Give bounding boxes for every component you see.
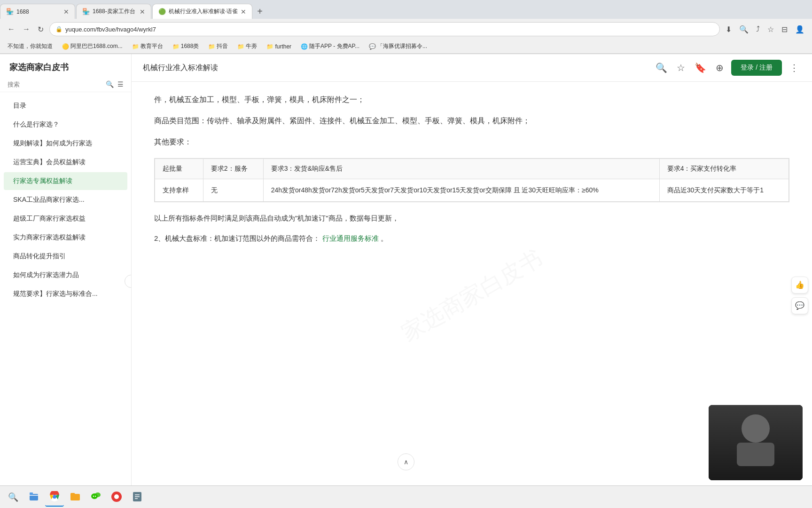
sidebar-nav: 目录 什么是行家选？ 规则解读】如何成为行家选 运营宝典】会员权益解读 行家选专…	[0, 92, 131, 308]
sidebar-item-rules[interactable]: 规则解读】如何成为行家选	[4, 135, 127, 152]
svg-rect-1	[30, 492, 33, 494]
sidebar-logo: 家选商家白皮书	[9, 62, 122, 73]
sidebar-item-conversion[interactable]: 商品转化提升指引	[4, 247, 127, 265]
sidebar-item-ska-label: SKA工业品商家行家选...	[13, 196, 85, 203]
taskbar-files[interactable]	[24, 488, 43, 507]
summary-text-content: 以上所有指标条件同时满足则该商品自动成为"机加速订"商品，数据每日更新，	[154, 214, 399, 222]
taskbar-record[interactable]	[107, 488, 126, 507]
bookmark-info-text: 不知道，你就知道	[8, 42, 53, 50]
browser-actions: ⬇ 🔍 ⤴ ☆ ⊟ 👤	[724, 23, 806, 36]
refresh-button[interactable]: ↻	[36, 23, 46, 36]
tab-yuque[interactable]: 🟢 机械行业准入标准解读·语雀 ✕	[152, 4, 252, 19]
split-view-button[interactable]: ⊟	[780, 23, 789, 36]
bookmark-edu-icon: 📁	[132, 43, 139, 50]
sidebar-item-strength[interactable]: 实力商家行家选权益解读	[4, 229, 127, 246]
tab-seller[interactable]: 🏪 1688-卖家工作台 ✕	[76, 4, 151, 19]
sidebar-item-potential[interactable]: 如何成为行家选潜力品	[4, 266, 127, 284]
col-header-conversion: 要求4：买家支付转化率	[659, 159, 789, 179]
bookmark-button[interactable]: ☆	[765, 23, 776, 36]
taskbar-folder[interactable]	[66, 488, 85, 507]
tab-title-yuque: 机械行业准入标准解读·语雀	[169, 8, 238, 16]
table-body: 支持拿样 无 24h发货or48h发货or72h发货or5天发货or7天发货or…	[155, 179, 789, 201]
cell-delivery: 24h发货or48h发货or72h发货or5天发货or7天发货or10天发货or…	[263, 179, 659, 201]
sidebar-item-standards-label: 规范要求】行家选与标准合...	[13, 290, 98, 297]
bookmark-haitun[interactable]: 💬 「海豚优课招募令...	[365, 41, 431, 51]
back-button[interactable]: ←	[6, 23, 17, 35]
share-button[interactable]: ⤴	[754, 23, 762, 35]
tab-title-seller: 1688-卖家工作台	[93, 8, 137, 16]
forward-button[interactable]: →	[21, 23, 32, 35]
sidebar-item-ska[interactable]: SKA工业品商家行家选...	[4, 191, 127, 209]
bookmark-1688[interactable]: 📁 1688类	[169, 41, 203, 51]
scroll-up-button[interactable]: ∧	[398, 453, 414, 470]
tab-bar: 🏪 1688 ✕ 🏪 1688-卖家工作台 ✕ 🟢 机械行业准入标准解读·语雀 …	[0, 0, 812, 19]
sidebar-item-ops[interactable]: 运营宝典】会员权益解读	[4, 153, 127, 171]
sidebar-item-exclusive[interactable]: 行家选专属权益解读	[4, 172, 127, 190]
summary-text: 以上所有指标条件同时满足则该商品自动成为"机加速订"商品，数据每日更新，	[154, 212, 789, 224]
bookmark-douyin[interactable]: 📁 抖音	[204, 41, 232, 51]
col-header-qty: 起批量	[155, 159, 203, 179]
browser-search-button[interactable]: 🔍	[737, 23, 750, 36]
svg-point-3	[53, 495, 56, 499]
bookmark-icon-button[interactable]: 🔖	[693, 60, 708, 75]
tab-favicon-yuque: 🟢	[158, 8, 166, 16]
video-placeholder	[709, 405, 803, 480]
bookmark-further[interactable]: 📁 further	[263, 42, 295, 51]
industry-standards-link[interactable]: 行业通用服务标准	[322, 234, 379, 242]
table-header-row: 起批量 要求2：服务 要求3：发货&响应&售后 要求4：买家支付转化率	[155, 159, 789, 179]
main-content: 机械行业准入标准解读 🔍 ☆ 🔖 ⊕ 登录 / 注册 ⋮ 家选商家白皮书 件，机…	[132, 54, 812, 508]
bookmark-niubang[interactable]: 📁 牛蒡	[234, 41, 261, 51]
header-actions: 🔍 ☆ 🔖 ⊕ 登录 / 注册 ⋮	[654, 60, 801, 76]
bookmark-education[interactable]: 📁 教育平台	[128, 41, 167, 51]
taskbar-chrome[interactable]	[45, 488, 64, 507]
sidebar-item-factory[interactable]: 超级工厂商家行家选权益	[4, 210, 127, 228]
sidebar-menu-icon[interactable]: ☰	[117, 80, 124, 88]
section2-text: 2、机械大盘标准：机加速订范围以外的商品需符合： 行业通用服务标准 。	[154, 232, 789, 245]
sidebar-item-ops-label: 运营宝典】会员权益解读	[13, 158, 86, 166]
tab-title-1688: 1688	[16, 8, 61, 15]
bookmarks-bar: 不知道，你就知道 🟡 阿里巴巴1688.com... 📁 教育平台 📁 1688…	[0, 40, 812, 54]
download-button[interactable]: ⬇	[724, 23, 734, 36]
search-icon-button[interactable]: 🔍	[654, 60, 669, 75]
like-button[interactable]: 👍	[791, 277, 808, 294]
other-requirements-label: 其他要求：	[154, 135, 789, 149]
tab-close-1688[interactable]: ✕	[63, 8, 69, 16]
taskbar-search[interactable]: 🔍	[4, 488, 23, 507]
bookmark-alibaba[interactable]: 🟡 阿里巴巴1688.com...	[58, 41, 126, 51]
taskbar: 🔍	[0, 485, 812, 508]
new-tab-button[interactable]: +	[255, 4, 265, 19]
star-icon-button[interactable]: ☆	[675, 60, 687, 75]
section2-end: 。	[381, 234, 388, 242]
sidebar-item-catalog[interactable]: 目录	[4, 97, 127, 115]
bookmark-further-icon: 📁	[266, 43, 273, 50]
bookmark-suishou[interactable]: 🌐 随手APP - 免费AP...	[297, 41, 363, 51]
tab-close-seller[interactable]: ✕	[140, 8, 145, 16]
cell-conversion: 商品近30天支付买家数大于等于1	[659, 179, 789, 201]
secure-icon: 🔒	[55, 26, 62, 32]
page-layout: 家选商家白皮书 🔍 ☰ 目录 什么是行家选？ 规则解读】如何成为行家选 运营宝典…	[0, 54, 812, 508]
sidebar-item-conversion-label: 商品转化提升指引	[13, 252, 66, 260]
profile-button[interactable]: 👤	[793, 23, 806, 36]
taskbar-note[interactable]	[128, 488, 147, 507]
sidebar-item-what[interactable]: 什么是行家选？	[4, 116, 127, 134]
comment-button[interactable]: 💬	[791, 297, 808, 314]
browser-chrome: 🏪 1688 ✕ 🏪 1688-卖家工作台 ✕ 🟢 机械行业准入标准解读·语雀 …	[0, 0, 812, 54]
login-button[interactable]: 登录 / 注册	[731, 60, 782, 76]
url-text: yuque.com/fbv3ue/hvago4/wyrkl7	[65, 26, 714, 33]
taskbar-wechat[interactable]	[86, 488, 105, 507]
section2-label: 2、机械大盘标准：机加速订范围以外的商品需符合：	[154, 234, 320, 242]
tab-1688[interactable]: 🏪 1688 ✕	[0, 4, 75, 19]
sidebar-search-input[interactable]	[8, 81, 102, 88]
address-bar: ← → ↻ 🔒 yuque.com/fbv3ue/hvago4/wyrkl7 ⬇…	[0, 19, 812, 40]
url-box[interactable]: 🔒 yuque.com/fbv3ue/hvago4/wyrkl7	[49, 22, 720, 36]
sidebar-item-standards[interactable]: 规范要求】行家选与标准合...	[4, 285, 127, 303]
bookmark-info[interactable]: 不知道，你就知道	[4, 41, 56, 51]
svg-rect-0	[30, 494, 38, 500]
svg-point-6	[93, 495, 94, 496]
sidebar: 家选商家白皮书 🔍 ☰ 目录 什么是行家选？ 规则解读】如何成为行家选 运营宝典…	[0, 54, 132, 508]
more-icon-button[interactable]: ⋮	[788, 60, 801, 75]
sidebar-item-catalog-label: 目录	[13, 102, 26, 109]
share-icon-button[interactable]: ⊕	[714, 60, 726, 75]
sidebar-search-icon[interactable]: 🔍	[106, 80, 114, 88]
tab-close-yuque[interactable]: ✕	[241, 8, 246, 16]
